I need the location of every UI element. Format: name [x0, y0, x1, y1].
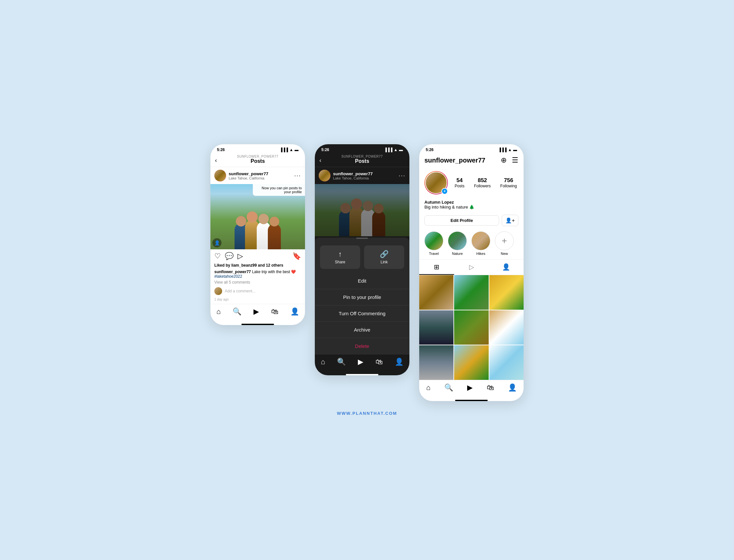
grid-photo-5[interactable]	[454, 310, 488, 345]
phones-container: 5:26 ▐▐▐ ▲ ▬ ‹ SUNFLOWER_POWER77 Posts	[211, 144, 523, 401]
highlight-nature[interactable]: Nature	[448, 231, 467, 256]
status-bar-2: 5:26 ▐▐▐ ▲ ▬	[315, 144, 409, 153]
post-avatar-2[interactable]	[319, 170, 331, 181]
nav-reels-1[interactable]: ▶	[254, 307, 259, 316]
post-options-btn-1[interactable]: ···	[294, 172, 301, 179]
share-icon[interactable]: ▷	[238, 252, 243, 260]
grid-photo-9[interactable]	[489, 345, 523, 380]
pin-tooltip: Now you can pin posts to your profile	[253, 184, 305, 196]
following-count: 756	[500, 177, 517, 184]
post-header-bar-2: ‹ SUNFLOWER_POWER77 Posts	[315, 153, 409, 167]
post-user-row-1: sunflower_power77 Lake Tahoe, California…	[211, 167, 305, 184]
sheet-edit-btn[interactable]: Edit	[315, 273, 409, 289]
link-button[interactable]: 🔗 Link	[364, 245, 404, 269]
grid-photo-2[interactable]	[454, 275, 488, 309]
post-avatar-1[interactable]	[214, 170, 226, 181]
tab-bar: ⊞ ▷ 👤	[419, 259, 523, 275]
time-3: 5:26	[426, 148, 433, 152]
sheet-actions-row: ↑ Share 🔗 Link	[315, 241, 409, 273]
post-username-1[interactable]: sunflower_power77	[229, 171, 268, 176]
caption-row: sunflower_power77 Lake trip with the bes…	[211, 269, 305, 279]
signal-icon-2: ▐▐▐	[384, 148, 393, 152]
post-user-row-2: sunflower_power77 Lake Tahoe, California…	[315, 167, 409, 184]
highlights-row: Travel Nature Hikes + New	[419, 229, 523, 259]
like-icon[interactable]: ♡	[214, 252, 221, 260]
posts-label: Posts	[455, 184, 464, 188]
highlight-hikes[interactable]: Hikes	[471, 231, 490, 256]
followers-count: 852	[474, 177, 491, 184]
header-username-small-1: SUNFLOWER_POWER77	[216, 155, 300, 158]
share-icon-sheet: ↑	[323, 250, 358, 258]
add-person-button[interactable]: 👤+	[502, 215, 518, 226]
comment-icon[interactable]: 💬	[225, 252, 234, 260]
nav-profile-3[interactable]: 👤	[508, 383, 517, 392]
sheet-pin-btn[interactable]: Pin to your profile	[315, 289, 409, 305]
nav-reels-2[interactable]: ▶	[358, 358, 364, 366]
grid-photo-6[interactable]	[489, 310, 523, 345]
followers-stat[interactable]: 852 Followers	[474, 177, 491, 188]
share-button[interactable]: ↑ Share	[320, 245, 360, 269]
edit-profile-button[interactable]: Edit Profile	[424, 215, 499, 226]
share-label: Share	[323, 260, 358, 264]
nav-search-1[interactable]: 🔍	[233, 307, 242, 316]
nav-shop-2[interactable]: 🛍	[375, 358, 382, 366]
grid-photo-1[interactable]	[419, 275, 453, 309]
nav-search-2[interactable]: 🔍	[337, 358, 346, 366]
nav-home-2[interactable]: ⌂	[321, 358, 325, 366]
comments-link[interactable]: View all 5 comments	[211, 279, 305, 285]
bottom-nav-2: ⌂ 🔍 ▶ 🛍 👤	[315, 354, 409, 373]
post-options-btn-2[interactable]: ···	[398, 172, 405, 179]
tab-grid[interactable]: ⊞	[419, 260, 454, 275]
signal-icon: ▐▐▐	[280, 148, 289, 152]
highlight-new[interactable]: + New	[495, 231, 514, 256]
nav-profile-1[interactable]: 👤	[290, 307, 299, 316]
profile-stats-row: + 54 Posts 852 Followers 756 Following	[419, 167, 523, 198]
comment-placeholder[interactable]: Add a comment...	[225, 289, 256, 293]
nav-search-3[interactable]: 🔍	[444, 383, 453, 392]
following-label: Following	[500, 184, 517, 188]
grid-photo-3[interactable]	[489, 275, 523, 309]
grid-photo-8[interactable]	[454, 345, 488, 380]
post-action-left-1: ♡ 💬 ▷	[214, 252, 243, 260]
tab-tagged[interactable]: 👤	[489, 260, 523, 275]
sheet-turn-off-commenting-btn[interactable]: Turn Off Commenting	[315, 305, 409, 322]
profile-bio: Autumn Lopez Big into hiking & nature 🌲	[419, 198, 523, 212]
sheet-archive-btn[interactable]: Archive	[315, 322, 409, 338]
time-2: 5:26	[321, 148, 329, 152]
profile-header-icons: ⊕ ☰	[501, 156, 518, 164]
battery-icon: ▬	[295, 148, 299, 152]
caption-username[interactable]: sunflower_power77	[214, 270, 251, 274]
phone-3: 5:26 ▐▐▐ ▲ ▬ sunflower_power77 ⊕ ☰ +	[419, 144, 523, 401]
post-scene-1: Now you can pin posts to your profile 👤	[211, 184, 305, 249]
hashtag[interactable]: #laketahoe2022	[214, 274, 242, 279]
nav-reels-3[interactable]: ▶	[467, 383, 473, 392]
post-username-2[interactable]: sunflower_power77	[333, 171, 372, 176]
battery-icon-2: ▬	[399, 148, 403, 152]
post-actions-1: ♡ 💬 ▷ 🔖	[211, 249, 305, 262]
status-icons-2: ▐▐▐ ▲ ▬	[384, 148, 403, 152]
nav-home-1[interactable]: ⌂	[216, 307, 221, 316]
nav-home-3[interactable]: ⌂	[426, 383, 430, 392]
highlight-label-travel: Travel	[424, 252, 443, 256]
add-story-badge[interactable]: +	[441, 188, 448, 194]
posts-stat[interactable]: 54 Posts	[455, 177, 464, 188]
highlight-travel[interactable]: Travel	[424, 231, 443, 256]
save-icon[interactable]: 🔖	[292, 252, 301, 260]
menu-icon[interactable]: ☰	[512, 156, 518, 164]
tab-reels[interactable]: ▷	[454, 260, 489, 275]
nav-shop-3[interactable]: 🛍	[487, 383, 494, 392]
profile-header-row: sunflower_power77 ⊕ ☰	[419, 153, 523, 167]
highlight-label-hikes: Hikes	[471, 252, 490, 256]
following-stat[interactable]: 756 Following	[500, 177, 517, 188]
caption-text: Lake trip with the best ❤️	[252, 270, 296, 274]
back-button-2[interactable]: ‹	[320, 157, 321, 163]
grid-photo-7[interactable]	[419, 345, 453, 380]
profile-avatar[interactable]: +	[424, 171, 448, 194]
grid-photo-4[interactable]	[419, 310, 453, 345]
sheet-delete-btn[interactable]: Delete	[315, 338, 409, 354]
battery-icon-3: ▬	[513, 148, 517, 152]
nav-profile-2[interactable]: 👤	[395, 358, 403, 366]
new-post-icon[interactable]: ⊕	[501, 156, 507, 164]
back-button-1[interactable]: ‹	[215, 157, 217, 163]
nav-shop-1[interactable]: 🛍	[271, 307, 278, 316]
